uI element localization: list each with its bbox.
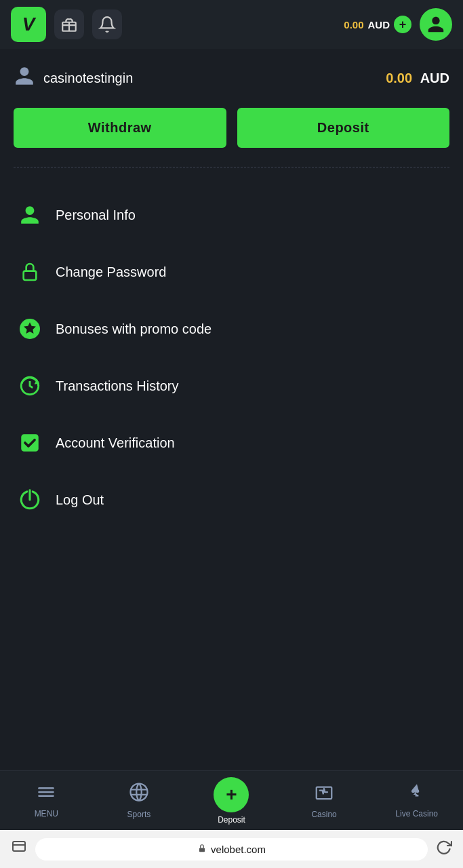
check-square-icon: [16, 429, 43, 456]
logo: V: [11, 7, 46, 42]
refresh-icon[interactable]: [436, 839, 452, 859]
change-password-label: Change Password: [56, 264, 166, 280]
bell-icon: [98, 16, 116, 33]
menu-item-bonuses[interactable]: Bonuses with promo code: [14, 300, 449, 357]
menu-item-personal-info[interactable]: Personal Info: [14, 186, 449, 243]
bottom-nav: MENU Sports + Deposit Casino: [0, 770, 463, 830]
browser-url-text: velobet.com: [211, 844, 266, 855]
balance-value: 0.00: [344, 19, 363, 31]
svg-rect-14: [199, 848, 205, 852]
deposit-button[interactable]: Deposit: [237, 108, 450, 148]
menu-icon: [37, 783, 56, 806]
balance-display: 0.00 AUD +: [344, 16, 411, 33]
logout-label: Log Out: [56, 492, 104, 508]
top-bar-right: 0.00 AUD +: [344, 8, 452, 41]
nav-deposit-label: Deposit: [218, 815, 245, 825]
browser-menu-icon: [11, 839, 27, 859]
nav-item-sports[interactable]: Sports: [93, 782, 186, 819]
menu-item-change-password[interactable]: Change Password: [14, 243, 449, 300]
menu-list: Personal Info Change Password Bonuses wi…: [14, 186, 449, 528]
casino-icon: [314, 782, 334, 807]
user-icon: [14, 65, 35, 92]
balance-currency: AUD: [368, 19, 390, 31]
gift-button[interactable]: [54, 9, 84, 39]
withdraw-button[interactable]: Withdraw: [14, 108, 226, 148]
browser-url-bar[interactable]: velobet.com: [35, 838, 428, 861]
main-content: casinotestingin 0.00 AUD Withdraw Deposi…: [0, 49, 463, 770]
nav-live-casino-label: Live Casino: [395, 809, 438, 818]
avatar-button[interactable]: [420, 8, 452, 41]
nav-sports-label: Sports: [127, 810, 151, 819]
browser-lock-icon: [197, 844, 207, 855]
top-bar: V 0.00 AUD +: [0, 0, 463, 49]
deposit-plus-icon: +: [214, 777, 249, 812]
action-buttons: Withdraw Deposit: [14, 108, 449, 148]
add-funds-button[interactable]: +: [394, 16, 411, 33]
power-icon: [16, 486, 43, 513]
nav-item-casino[interactable]: Casino: [278, 782, 371, 819]
nav-casino-label: Casino: [311, 810, 336, 819]
menu-item-transactions[interactable]: Transactions History: [14, 357, 449, 414]
user-row: casinotestingin 0.00 AUD: [14, 65, 449, 92]
gift-icon: [60, 16, 78, 33]
nav-item-deposit[interactable]: + Deposit: [185, 777, 278, 825]
user-balance: 0.00 AUD: [386, 71, 449, 86]
user-info: casinotestingin: [14, 65, 133, 92]
top-bar-left: V: [11, 7, 122, 42]
verification-label: Account Verification: [56, 435, 175, 451]
history-icon: [16, 372, 43, 399]
menu-item-verification[interactable]: Account Verification: [14, 414, 449, 471]
menu-item-logout[interactable]: Log Out: [14, 471, 449, 528]
transactions-label: Transactions History: [56, 378, 179, 394]
divider: [14, 167, 449, 167]
user-balance-currency: AUD: [420, 71, 449, 85]
nav-menu-label: MENU: [35, 809, 58, 818]
user-avatar-icon: [426, 15, 445, 34]
bonuses-label: Bonuses with promo code: [56, 321, 212, 337]
notification-button[interactable]: [92, 9, 122, 39]
user-balance-value: 0.00: [386, 71, 412, 85]
nav-item-menu[interactable]: MENU: [0, 783, 93, 818]
svg-rect-12: [13, 842, 25, 851]
nav-item-live-casino[interactable]: Live Casino: [370, 783, 463, 818]
username: casinotestingin: [43, 71, 133, 86]
svg-point-10: [130, 784, 147, 801]
sports-icon: [129, 782, 149, 807]
spade-icon: [407, 783, 426, 806]
star-circle-icon: [16, 315, 43, 342]
person-icon: [16, 201, 43, 229]
svg-rect-1: [24, 271, 37, 280]
browser-bar: velobet.com: [0, 830, 463, 868]
lock-icon: [16, 258, 43, 285]
svg-rect-5: [21, 434, 39, 452]
personal-info-label: Personal Info: [56, 208, 136, 223]
